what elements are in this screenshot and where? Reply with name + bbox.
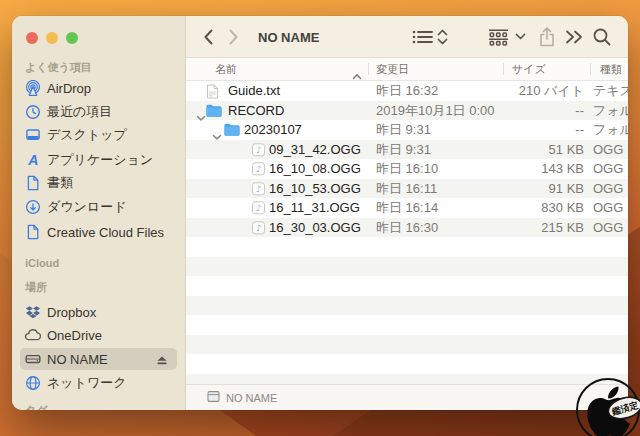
sidebar-item-onedrive[interactable]: OneDrive xyxy=(20,324,177,346)
document-icon xyxy=(24,224,41,240)
file-name: 09_31_42.OGG xyxy=(269,140,361,160)
desktop-icon xyxy=(24,127,41,143)
sidebar-item-label: アプリケーション xyxy=(47,151,153,169)
column-header-bar: 名前 変更日 サイズ 種類 xyxy=(186,58,628,81)
file-name: 16_10_08.OGG xyxy=(269,159,361,179)
share-icon[interactable] xyxy=(538,16,556,58)
svg-text:♪: ♪ xyxy=(256,223,261,233)
sidebar-section-label: タグ xyxy=(25,403,48,410)
column-divider[interactable] xyxy=(590,63,591,75)
svg-text:♪: ♪ xyxy=(256,145,261,155)
column-kind[interactable]: 種類 xyxy=(600,58,622,80)
traffic-lights xyxy=(26,32,78,44)
file-name: 20230107 xyxy=(244,120,302,140)
file-size: -- xyxy=(486,120,584,140)
folder-icon xyxy=(206,104,222,122)
file-kind: フォルダ xyxy=(593,120,628,140)
file-row-16_10_08.ogg[interactable]: ♪16_10_08.OGG昨日 16:10143 KBOGG xyxy=(186,159,628,179)
file-kind: テキスト xyxy=(593,81,628,101)
sidebar: よく使う項目AirDrop最近の項目デスクトップAアプリケーション書類ダウンロー… xyxy=(12,16,186,410)
column-divider[interactable] xyxy=(503,63,504,75)
sidebar-item-airdrop[interactable]: AirDrop xyxy=(20,77,177,99)
zoom-button[interactable] xyxy=(66,32,78,44)
file-kind: OGG xyxy=(593,140,623,160)
file-row-record[interactable]: RECORD2019年10月1日 0:00--フォルダ xyxy=(186,101,628,121)
sidebar-section-label: よく使う項目 xyxy=(25,60,92,74)
sidebar-item-dropbox[interactable]: Dropbox xyxy=(20,301,177,323)
audio-file-icon: ♪ xyxy=(252,182,265,200)
sidebar-item-creative-cloud-files[interactable]: Creative Cloud Files xyxy=(20,221,177,243)
sidebar-item-最近の項目[interactable]: 最近の項目 xyxy=(20,101,177,123)
group-by-icon[interactable] xyxy=(486,16,511,58)
sidebar-item-デスクトップ[interactable]: デスクトップ xyxy=(20,124,177,146)
sidebar-item-label: Dropbox xyxy=(47,305,96,320)
file-row-16_30_03.ogg[interactable]: ♪16_30_03.OGG昨日 16:30215 KBOGG xyxy=(186,218,628,238)
file-size: 830 KB xyxy=(486,198,584,218)
file-row-16_11_31.ogg[interactable]: ♪16_11_31.OGG昨日 16:14830 KBOGG xyxy=(186,198,628,218)
file-row-09_31_42.ogg[interactable]: ♪09_31_42.OGG昨日 9:3151 KBOGG xyxy=(186,140,628,160)
file-name: RECORD xyxy=(228,101,284,121)
file-date: 昨日 16:32 xyxy=(376,81,438,101)
file-name: 16_10_53.OGG xyxy=(269,179,361,199)
file-date: 昨日 16:30 xyxy=(376,218,438,238)
close-button[interactable] xyxy=(26,32,38,44)
chevron-down-icon[interactable] xyxy=(515,16,526,58)
file-kind: フォルダ xyxy=(593,101,628,121)
chevrons-up-down-icon[interactable] xyxy=(437,16,448,58)
file-kind: OGG xyxy=(593,179,623,199)
sidebar-item-アプリケーション[interactable]: Aアプリケーション xyxy=(20,149,177,171)
file-list: Guide.txt昨日 16:32210 バイトテキストRECORD2019年1… xyxy=(186,81,628,384)
sidebar-item-label: 最近の項目 xyxy=(47,103,112,121)
download-icon xyxy=(24,199,41,215)
file-size: 215 KB xyxy=(486,218,584,238)
file-date: 昨日 9:31 xyxy=(376,140,431,160)
globe-icon xyxy=(24,375,41,391)
sidebar-item-label: Creative Cloud Files xyxy=(47,225,164,240)
audio-file-icon: ♪ xyxy=(252,162,265,180)
file-row-20230107[interactable]: 20230107昨日 9:31--フォルダ xyxy=(186,120,628,140)
svg-text:♪: ♪ xyxy=(256,164,261,174)
file-kind: OGG xyxy=(593,159,623,179)
sidebar-item-label: NO NAME xyxy=(47,352,108,367)
audio-file-icon: ♪ xyxy=(252,221,265,239)
column-divider[interactable] xyxy=(368,63,369,75)
file-row-guide.txt[interactable]: Guide.txt昨日 16:32210 バイトテキスト xyxy=(186,81,628,101)
svg-text:♪: ♪ xyxy=(256,184,261,194)
file-date: 昨日 16:11 xyxy=(376,179,437,199)
file-row-16_10_53.ogg[interactable]: ♪16_10_53.OGG昨日 16:1191 KBOGG xyxy=(186,179,628,199)
sidebar-item-書類[interactable]: 書類 xyxy=(20,172,177,194)
sidebar-item-ダウンロード[interactable]: ダウンロード xyxy=(20,196,177,218)
sidebar-item-label: デスクトップ xyxy=(47,126,127,144)
search-icon[interactable] xyxy=(592,16,612,58)
applications-icon: A xyxy=(24,152,41,168)
file-date: 2019年10月1日 0:00 xyxy=(376,101,495,121)
cloud-icon xyxy=(24,327,41,343)
file-size: 210 バイト xyxy=(486,81,584,101)
file-name: 16_30_03.OGG xyxy=(269,218,361,238)
file-date: 昨日 16:10 xyxy=(376,159,438,179)
sidebar-item-no-name[interactable]: NO NAME xyxy=(20,348,177,370)
list-view-icon[interactable] xyxy=(412,16,434,58)
file-kind: OGG xyxy=(593,198,623,218)
sidebar-item-ネットワーク[interactable]: ネットワーク xyxy=(20,372,177,394)
file-size: 51 KB xyxy=(486,140,584,160)
sidebar-item-label: 書類 xyxy=(47,174,73,192)
minimize-button[interactable] xyxy=(46,32,58,44)
column-name[interactable]: 名前 xyxy=(215,58,237,80)
forward-button[interactable] xyxy=(227,16,240,58)
column-size[interactable]: サイズ xyxy=(512,58,546,80)
clock-icon xyxy=(24,104,41,120)
file-size: 143 KB xyxy=(486,159,584,179)
status-bar: NO NAME xyxy=(186,384,628,410)
file-date: 昨日 16:14 xyxy=(376,198,438,218)
file-name: Guide.txt xyxy=(228,81,280,101)
sidebar-item-label: ネットワーク xyxy=(47,374,127,392)
double-chevron-icon[interactable] xyxy=(564,16,584,58)
sidebar-item-label: AirDrop xyxy=(47,81,91,96)
column-date[interactable]: 変更日 xyxy=(376,58,409,80)
back-button[interactable] xyxy=(202,16,215,58)
audio-file-icon: ♪ xyxy=(252,201,265,219)
eject-icon[interactable] xyxy=(155,353,169,366)
drive-icon xyxy=(24,351,41,367)
file-name: 16_11_31.OGG xyxy=(269,198,360,218)
